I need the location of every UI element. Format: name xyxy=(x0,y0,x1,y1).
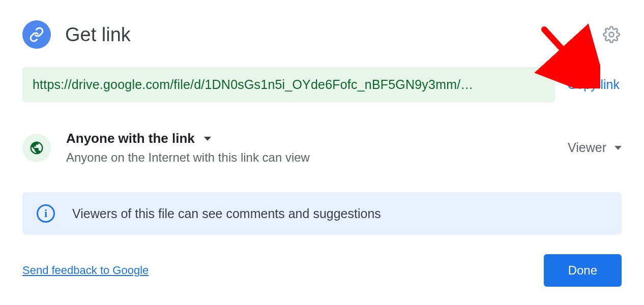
send-feedback-link[interactable]: Send feedback to Google xyxy=(22,264,149,277)
share-scope-description: Anyone on the Internet with this link ca… xyxy=(66,150,552,165)
share-url-field[interactable]: https://drive.google.com/file/d/1DN0sGs1… xyxy=(22,67,555,102)
info-banner-text: Viewers of this file can see comments an… xyxy=(72,206,381,221)
info-icon: i xyxy=(37,204,55,223)
share-scope-label: Anyone with the link xyxy=(66,131,195,146)
globe-icon xyxy=(22,134,51,162)
copy-link-button[interactable]: Copy link xyxy=(567,77,622,92)
dialog-footer: Send feedback to Google Done xyxy=(0,254,644,287)
role-dropdown[interactable]: Viewer xyxy=(568,140,622,155)
link-row: https://drive.google.com/file/d/1DN0sGs1… xyxy=(0,67,644,102)
gear-icon xyxy=(603,26,620,43)
dialog-header: Get link xyxy=(0,0,644,49)
share-scope-dropdown[interactable]: Anyone with the link xyxy=(66,131,552,146)
share-scope-row: Anyone with the link Anyone on the Inter… xyxy=(0,131,644,165)
svg-point-0 xyxy=(609,32,613,37)
info-banner: i Viewers of this file can see comments … xyxy=(22,192,622,235)
role-label: Viewer xyxy=(568,140,606,155)
dialog-title: Get link xyxy=(65,24,601,46)
chevron-down-icon xyxy=(204,137,211,141)
done-button[interactable]: Done xyxy=(544,254,622,287)
chevron-down-icon xyxy=(614,146,622,150)
link-icon xyxy=(22,20,51,49)
settings-button[interactable] xyxy=(601,24,622,45)
